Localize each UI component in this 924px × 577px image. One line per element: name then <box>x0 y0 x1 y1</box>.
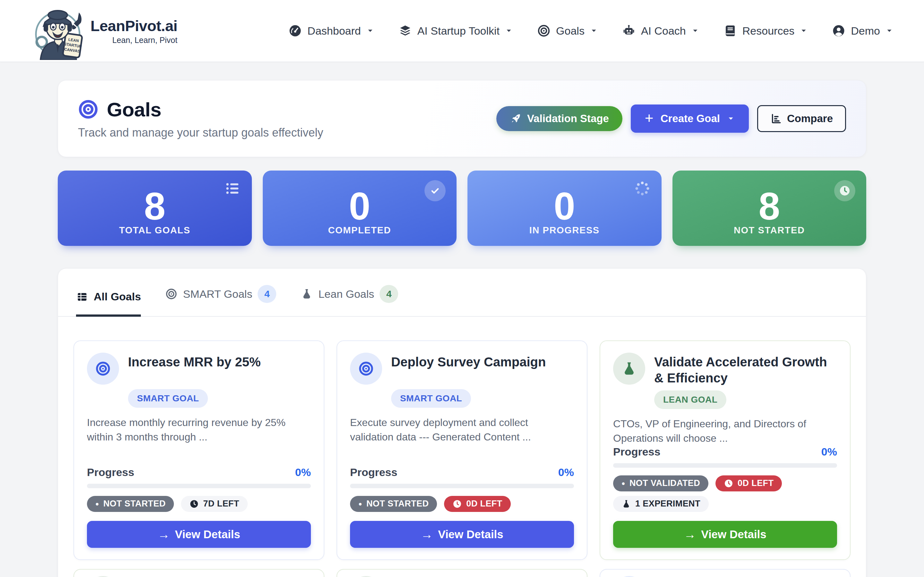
goal-type-badge: LEAN GOAL <box>654 390 726 409</box>
target-icon <box>350 353 382 385</box>
goal-description: CTOs, VP of Engineering, and Directors o… <box>613 417 837 446</box>
view-details-button[interactable]: → View Details <box>87 521 311 548</box>
founder-mascot-icon: LEAN STARTUP CANVAS <box>31 3 87 60</box>
status-badge: ● NOT STARTED <box>350 496 437 512</box>
chevron-down-icon <box>727 115 735 122</box>
nav-menu: Dashboard AI Startup Toolkit Goals <box>288 24 893 37</box>
brand-tagline: Lean, Learn, Pivot <box>112 35 178 45</box>
tab-bar: All Goals SMART Goals 4 Lean Goals 4 <box>58 269 866 317</box>
compare-button[interactable]: Compare <box>757 105 846 132</box>
nav-label: AI Startup Toolkit <box>417 25 499 37</box>
top-nav: LEAN STARTUP CANVAS LeanPivot.ai Lean, L… <box>0 0 924 62</box>
tab-count-badge: 4 <box>258 285 276 303</box>
nav-item-ai-coach[interactable]: AI Coach <box>622 24 699 37</box>
stat-value: 0 <box>467 184 662 228</box>
flask-icon <box>87 576 119 577</box>
arrow-right-icon: → <box>158 528 170 540</box>
time-left-badge: 0D LEFT <box>716 475 782 492</box>
tab-label: SMART Goals <box>183 288 252 300</box>
stats-row: 8 TOTAL GOALS 0 COMPLETED 0 IN PROGRESS <box>58 171 866 246</box>
chevron-down-icon <box>505 27 513 35</box>
flask-icon <box>622 499 631 509</box>
target-icon <box>87 353 119 385</box>
nav-item-resources[interactable]: Resources <box>724 24 808 37</box>
tab-label: All Goals <box>94 290 141 303</box>
goal-card-increase-mrr: Increase MRR by 25% SMART GOAL Increase … <box>73 340 325 560</box>
target-icon <box>78 99 99 119</box>
goal-description: Execute survey deployment and collect va… <box>350 416 574 444</box>
nav-label: Resources <box>742 25 795 37</box>
goals-panel: All Goals SMART Goals 4 Lean Goals 4 <box>58 268 866 577</box>
goal-title: Deploy Survey Campaign <box>391 354 546 385</box>
dot-icon: ● <box>359 501 362 507</box>
target-icon <box>537 24 551 37</box>
clock-icon <box>189 499 199 509</box>
stat-card-not-started: 8 NOT STARTED <box>672 171 867 246</box>
layers-icon <box>399 24 412 37</box>
progress-bar <box>613 463 837 468</box>
stat-card-completed: 0 COMPLETED <box>263 171 457 246</box>
stage-label: Validation Stage <box>527 113 609 125</box>
target-icon <box>165 288 178 300</box>
goal-card-validate-problem-2: Validate Problem Statement 2 <box>336 569 588 577</box>
main-content: Goals Track and manage your startup goal… <box>0 80 924 577</box>
chevron-down-icon <box>691 27 699 35</box>
table-icon <box>76 291 88 303</box>
goals-header: Goals Track and manage your startup goal… <box>58 80 866 157</box>
flask-icon <box>613 353 645 385</box>
tab-all-goals[interactable]: All Goals <box>76 290 141 317</box>
create-goal-button[interactable]: + Create Goal <box>631 105 749 133</box>
progress-value: 0% <box>295 466 311 479</box>
dot-icon: ● <box>95 501 99 507</box>
dot-icon: ● <box>622 480 625 486</box>
rocket-icon <box>510 113 521 124</box>
page-subtitle: Track and manage your startup goals effe… <box>78 126 323 139</box>
experiments-badge: 1 EXPERIMENT <box>613 496 709 512</box>
arrow-right-icon: → <box>421 528 433 540</box>
gauge-icon <box>288 24 302 37</box>
chevron-down-icon <box>800 27 808 35</box>
stat-label: COMPLETED <box>263 225 457 235</box>
compare-label: Compare <box>787 113 833 125</box>
validation-stage-button[interactable]: Validation Stage <box>496 106 622 131</box>
nav-item-demo-account[interactable]: Demo <box>832 24 893 37</box>
nav-label: Dashboard <box>307 25 360 37</box>
goal-card-validate-problem-5: Validate Problem Statement 5 <box>73 569 325 577</box>
stat-label: NOT STARTED <box>672 225 867 235</box>
arrow-right-icon: → <box>684 528 696 540</box>
nav-label: AI Coach <box>641 25 686 37</box>
stat-label: IN PROGRESS <box>467 225 662 235</box>
goal-cards-row: Validate Problem Statement 5 Validate Pr… <box>58 560 866 577</box>
tab-smart-goals[interactable]: SMART Goals 4 <box>165 285 276 317</box>
progress-bar <box>350 484 574 488</box>
nav-item-dashboard[interactable]: Dashboard <box>288 24 374 37</box>
nav-item-toolkit[interactable]: AI Startup Toolkit <box>399 24 513 37</box>
brand-logo[interactable]: LEAN STARTUP CANVAS LeanPivot.ai Lean, L… <box>31 2 178 60</box>
progress-label: Progress <box>613 446 660 458</box>
user-icon <box>832 24 845 37</box>
goal-card-deploy-survey: Deploy Survey Campaign SMART GOAL Execut… <box>336 340 588 560</box>
time-left-badge: 7D LEFT <box>181 496 247 512</box>
tab-lean-goals[interactable]: Lean Goals 4 <box>300 285 398 317</box>
progress-label: Progress <box>350 466 397 479</box>
bar-chart-icon <box>771 113 782 124</box>
progress-value: 0% <box>558 466 574 479</box>
stat-card-in-progress: 0 IN PROGRESS <box>467 171 662 246</box>
nav-item-goals[interactable]: Goals <box>537 24 598 37</box>
view-details-button[interactable]: → View Details <box>350 521 574 548</box>
tab-count-badge: 4 <box>380 285 398 303</box>
progress-bar <box>87 484 311 488</box>
progress-value: 0% <box>821 446 837 458</box>
tab-label: Lean Goals <box>318 288 374 300</box>
goal-description: Increase monthly recurring revenue by 25… <box>87 416 311 444</box>
view-details-button[interactable]: → View Details <box>613 521 837 548</box>
goal-title: Validate Accelerated Growth & Efficiency <box>654 354 837 386</box>
goal-card-validate-growth: Validate Accelerated Growth & Efficiency… <box>599 340 851 560</box>
stat-card-total-goals: 8 TOTAL GOALS <box>58 171 252 246</box>
page-title: Goals <box>107 98 162 121</box>
chevron-down-icon <box>590 27 598 35</box>
create-goal-label: Create Goal <box>661 113 720 125</box>
goal-type-badge: SMART GOAL <box>391 389 471 408</box>
target-icon <box>613 576 645 577</box>
goal-type-badge: SMART GOAL <box>128 389 208 408</box>
